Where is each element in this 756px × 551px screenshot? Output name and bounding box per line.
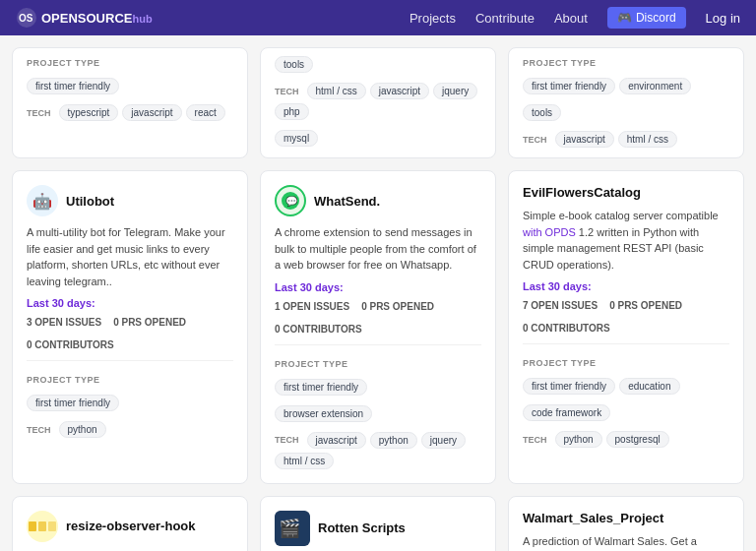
card-whatsend: 💬 WhatSend. A chrome extension to send m… — [260, 170, 496, 484]
tag: browser extension — [275, 405, 372, 422]
login-button[interactable]: Log in — [706, 11, 740, 26]
card-rotten-scripts: 🎬 Rotten Scripts Scripts that will make … — [260, 496, 496, 552]
card-utilobot: 🤖 Utilobot A multi-utility bot for Teleg… — [12, 170, 248, 484]
tag: first timer friendly — [523, 78, 615, 94]
tag: tools — [523, 104, 561, 121]
project-type-label-1: PROJECT TYPE — [27, 58, 233, 68]
tag: javascript — [307, 432, 366, 449]
open-issues: 3 OPEN ISSUES — [27, 317, 101, 328]
project-type-label: PROJECT TYPE — [27, 375, 233, 385]
open-issues: 7 OPEN ISSUES — [523, 300, 598, 311]
tag: first timer friendly — [523, 378, 615, 395]
card-avatar — [27, 511, 58, 542]
svg-text:🎬: 🎬 — [279, 518, 301, 539]
tag: javascript — [122, 104, 181, 121]
project-type-label: PROJECT TYPE — [523, 358, 729, 368]
contributors: 0 CONTRIBUTORS — [27, 339, 114, 350]
tag: javascript — [370, 83, 429, 99]
card-header: 🎬 Rotten Scripts — [275, 511, 481, 546]
project-grid: 🤖 Utilobot A multi-utility bot for Teleg… — [0, 158, 756, 551]
card-desc: Simple e-book catalog server compatible … — [523, 208, 729, 273]
card-avatar: 💬 — [275, 185, 306, 216]
card-avatar: 🤖 — [27, 185, 58, 216]
svg-text:OS: OS — [19, 13, 33, 24]
logo-icon: OS — [16, 7, 37, 29]
type-tags-1: first timer friendly — [27, 78, 233, 94]
nav-projects[interactable]: Projects — [410, 11, 456, 26]
svg-rect-6 — [48, 521, 56, 531]
tools-tag: tools — [275, 56, 481, 73]
card-desc: A prediction of Walmart Sales. Get a wee… — [523, 533, 729, 552]
type-tags: first timer friendly — [275, 379, 481, 396]
card-title: resize-observer-hook — [66, 519, 196, 533]
svg-rect-4 — [29, 521, 36, 531]
resize-icon — [29, 518, 56, 535]
tag: python — [59, 421, 106, 438]
card-title: Utilobot — [66, 194, 114, 209]
nav-contribute[interactable]: Contribute — [475, 11, 535, 26]
logo-text: OPENSOURCEhub — [41, 11, 153, 26]
card-desc: A multi-utility bot for Telegram. Make y… — [27, 224, 233, 289]
project-type-label: PROJECT TYPE — [275, 359, 481, 369]
logo: OS OPENSOURCEhub — [16, 7, 153, 29]
tag: react — [186, 104, 225, 121]
tag: html / css — [618, 131, 677, 148]
card-header: 💬 WhatSend. — [275, 185, 481, 216]
nav-links: Projects Contribute About 🎮 Discord Log … — [410, 7, 740, 29]
contributors: 0 CONTRIBUTORS — [523, 323, 610, 334]
card-header: Walmart_Sales_Project — [523, 511, 729, 525]
whatsend-icon: 💬 — [281, 191, 300, 211]
rotten-icon: 🎬 — [275, 511, 310, 546]
tag: html / css — [275, 453, 334, 469]
stats-row: 3 OPEN ISSUES 0 PRS OPENED 0 CONTRIBUTOR… — [27, 317, 233, 350]
tag: python — [370, 432, 417, 449]
type-tags: first timer friendly education — [523, 378, 729, 395]
tag: first timer friendly — [275, 379, 367, 396]
tag: mysql — [275, 130, 318, 147]
card-partial-2: tools TECH html / css javascript jquery … — [260, 47, 496, 158]
tag: typescript — [59, 104, 119, 121]
tag: postgresql — [606, 431, 669, 448]
card-title: EvilFlowersCatalog — [523, 185, 641, 200]
card-walmart-sales: Walmart_Sales_Project A prediction of Wa… — [508, 496, 744, 552]
card-title: Rotten Scripts — [318, 520, 406, 535]
card-header: EvilFlowersCatalog — [523, 185, 729, 200]
card-resize-observer: resize-observer-hook 📌 A React Hook to m… — [12, 496, 248, 552]
navbar: OS OPENSOURCEhub Projects Contribute Abo… — [0, 0, 756, 35]
svg-text:💬: 💬 — [285, 195, 298, 208]
card-header: resize-observer-hook — [27, 511, 233, 542]
open-issues: 1 OPEN ISSUES — [275, 301, 349, 312]
svg-rect-5 — [38, 521, 46, 531]
card-desc: A chrome extension to send messages in b… — [275, 224, 481, 274]
prs-opened: 0 PRS OPENED — [361, 301, 434, 312]
card-partial-3: PROJECT TYPE first timer friendly enviro… — [508, 47, 744, 158]
contributors: 0 CONTRIBUTORS — [275, 324, 362, 335]
last30-label: Last 30 days: — [275, 281, 481, 293]
tag: javascript — [555, 131, 614, 148]
tag: first timer friendly — [27, 395, 119, 411]
card-title: WhatSend. — [314, 194, 380, 209]
tag: jquery — [433, 83, 477, 99]
prs-opened: 0 PRS OPENED — [113, 317, 186, 328]
tag: environment — [619, 78, 691, 94]
discord-icon: 🎮 — [617, 11, 632, 25]
last30-label: Last 30 days: — [523, 280, 729, 292]
tag: html / css — [307, 83, 366, 99]
tag: education — [619, 378, 679, 395]
tag: php — [275, 103, 309, 120]
last30-label: Last 30 days: — [27, 297, 233, 309]
tag: python — [555, 431, 602, 448]
tag: first timer friendly — [27, 78, 119, 94]
card-avatar: 🎬 — [275, 511, 310, 546]
card-title: Walmart_Sales_Project — [523, 511, 663, 525]
prs-opened: 0 PRS OPENED — [609, 300, 682, 311]
type-tags: first timer friendly — [27, 395, 233, 411]
nav-about[interactable]: About — [554, 11, 588, 26]
card-evilflowers: EvilFlowersCatalog Simple e-book catalog… — [508, 170, 744, 484]
tag: jquery — [421, 432, 466, 449]
card-header: 🤖 Utilobot — [27, 185, 233, 216]
stats-row: 7 OPEN ISSUES 0 PRS OPENED 0 CONTRIBUTOR… — [523, 300, 729, 334]
card-partial-1: PROJECT TYPE first timer friendly TECH t… — [12, 47, 248, 158]
discord-button[interactable]: 🎮 Discord — [607, 7, 686, 29]
stats-row: 1 OPEN ISSUES 0 PRS OPENED 0 CONTRIBUTOR… — [275, 301, 481, 335]
